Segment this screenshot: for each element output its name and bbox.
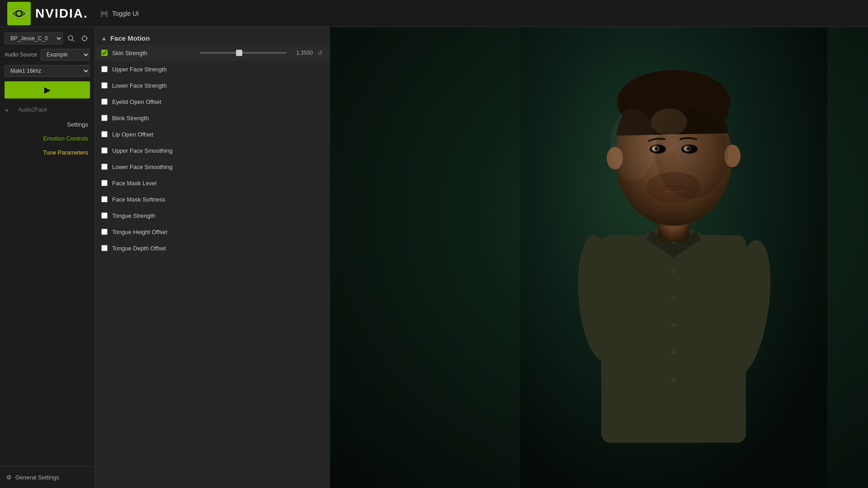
svg-point-30 [708, 99, 721, 112]
sidebar-item-tune-parameters[interactable]: Tune Parameters [0, 145, 94, 160]
param-row-lower_face_strength: Lower Face Strength [95, 77, 330, 94]
param-checkbox-upper_face_strength[interactable] [101, 66, 108, 72]
main-area: BP_Jesse_C_0 [0, 27, 868, 488]
param-reset-button-skin_strength[interactable]: ↺ [316, 49, 324, 56]
general-settings-button[interactable]: ⚙ General Settings [5, 471, 90, 483]
param-row-upper_face_smoothing: Upper Face Smoothing [95, 142, 330, 159]
param-label-upper_face_smoothing: Upper Face Smoothing [112, 147, 324, 154]
search-button[interactable] [66, 33, 76, 44]
svg-point-26 [656, 90, 668, 102]
svg-point-18 [671, 377, 676, 382]
svg-point-3 [17, 11, 21, 16]
svg-point-14 [671, 269, 676, 273]
bp-selector-row: BP_Jesse_C_0 [5, 33, 90, 44]
target-icon [81, 35, 88, 42]
param-label-blink_strength: Blink Strength [112, 115, 324, 122]
settings-gear-icon: ⚙ [6, 474, 12, 481]
svg-rect-13 [601, 235, 746, 443]
param-checkbox-tongue_depth_offset[interactable] [101, 245, 108, 251]
param-checkbox-face_mask_softness[interactable] [101, 196, 108, 202]
collapse-arrow-icon: ▲ [101, 35, 107, 42]
face-motion-header[interactable]: ▲ Face Motion [95, 32, 330, 45]
param-slider-skin_strength[interactable] [199, 52, 287, 54]
param-label-lower_face_strength: Lower Face Strength [112, 82, 324, 89]
topbar: NVIDIA. [H] Toggle UI [0, 0, 868, 27]
param-checkbox-eyelid_open_offset[interactable] [101, 99, 108, 105]
audio-quality-select[interactable]: Male1 16khz [5, 65, 90, 77]
param-label-tongue_height_offset: Tongue Height Offset [112, 229, 324, 235]
audio-source-row: Audio Source Example [5, 49, 90, 61]
param-checkbox-tongue_height_offset[interactable] [101, 229, 108, 235]
section-label-text: Audio2Face [18, 107, 47, 113]
param-checkbox-skin_strength[interactable] [101, 50, 108, 56]
play-button[interactable]: ▶ [5, 81, 90, 99]
param-checkbox-lower_face_smoothing[interactable] [101, 164, 108, 170]
sidebar: BP_Jesse_C_0 [0, 27, 95, 488]
param-label-tongue_strength: Tongue Strength [112, 212, 324, 219]
toggle-ui-label: Toggle UI [112, 10, 139, 17]
param-checkbox-blink_strength[interactable] [101, 115, 108, 121]
dots-icon: · · [11, 107, 15, 113]
param-label-face_mask_softness: Face Mask Softness [112, 196, 324, 203]
bp-selector-dropdown[interactable]: BP_Jesse_C_0 [5, 33, 63, 44]
param-label-lip_open_offset: Lip Open Offset [112, 131, 324, 138]
crosshair-button[interactable] [79, 33, 90, 44]
nvidia-logo-icon [7, 2, 31, 25]
param-label-upper_face_strength: Upper Face Strength [112, 66, 324, 73]
nvidia-logo: NVIDIA. [7, 2, 88, 25]
param-label-face_mask_level: Face Mask Level [112, 180, 324, 187]
face-motion-label: Face Motion [110, 34, 150, 42]
audio-source-label: Audio Source [5, 52, 37, 58]
sidebar-item-emotion-controls[interactable]: Emotion Controls [0, 131, 94, 145]
param-label-lower_face_smoothing: Lower Face Smoothing [112, 164, 324, 170]
3d-viewport [330, 27, 868, 488]
svg-point-6 [82, 36, 87, 41]
svg-point-29 [698, 94, 708, 105]
sidebar-bottom: ⚙ General Settings [0, 466, 94, 488]
general-settings-label: General Settings [15, 474, 59, 481]
play-icon: ▶ [44, 85, 51, 95]
toggle-ui-button[interactable]: [H] Toggle UI [97, 8, 143, 19]
param-row-blink_strength: Blink Strength [95, 110, 330, 126]
param-row-lip_open_offset: Lip Open Offset [95, 126, 330, 142]
param-list: Skin Strength1.3500↺Upper Face StrengthL… [95, 45, 330, 256]
svg-line-5 [72, 40, 74, 42]
svg-point-17 [671, 350, 676, 355]
param-row-tongue_depth_offset: Tongue Depth Offset [95, 240, 330, 256]
collapse-dot-icon: ◀ [5, 108, 8, 113]
param-checkbox-lower_face_strength[interactable] [101, 82, 108, 89]
svg-point-28 [684, 91, 695, 103]
param-slider-container-skin_strength: 1.3500↺ [199, 49, 324, 56]
svg-point-15 [671, 296, 676, 300]
param-row-upper_face_strength: Upper Face Strength [95, 61, 330, 77]
svg-point-43 [610, 108, 656, 181]
character-svg [520, 27, 827, 488]
param-checkbox-tongue_strength[interactable] [101, 212, 108, 219]
param-checkbox-upper_face_smoothing[interactable] [101, 147, 108, 154]
param-checkbox-face_mask_level[interactable] [101, 180, 108, 186]
param-label-eyelid_open_offset: Eyelid Open Offset [112, 99, 324, 105]
panel-area: ▲ Face Motion Skin Strength1.3500↺Upper … [95, 27, 330, 488]
nvidia-brand-text: NVIDIA. [35, 6, 88, 21]
param-row-skin_strength: Skin Strength1.3500↺ [95, 45, 330, 61]
audio2face-section-label: ◀ · · Audio2Face [0, 104, 94, 116]
audio-source-select[interactable]: Example [41, 49, 90, 61]
param-row-face_mask_level: Face Mask Level [95, 175, 330, 191]
param-row-lower_face_smoothing: Lower Face Smoothing [95, 159, 330, 175]
param-row-tongue_height_offset: Tongue Height Offset [95, 224, 330, 240]
param-label-skin_strength: Skin Strength [112, 50, 195, 56]
sidebar-nav: Settings Emotion Controls Tune Parameter… [0, 117, 94, 160]
param-value-skin_strength: 1.3500 [290, 50, 313, 56]
svg-point-27 [670, 90, 681, 101]
search-icon [67, 35, 75, 42]
param-label-tongue_depth_offset: Tongue Depth Offset [112, 245, 324, 252]
svg-point-4 [68, 36, 73, 40]
toggle-ui-icon: [H] [101, 10, 108, 17]
svg-point-44 [651, 108, 687, 136]
svg-point-25 [643, 93, 654, 104]
param-row-eyelid_open_offset: Eyelid Open Offset [95, 94, 330, 110]
param-checkbox-lip_open_offset[interactable] [101, 131, 108, 137]
sidebar-item-settings[interactable]: Settings [0, 117, 94, 131]
param-row-face_mask_softness: Face Mask Softness [95, 191, 330, 207]
character-figure [515, 27, 832, 488]
